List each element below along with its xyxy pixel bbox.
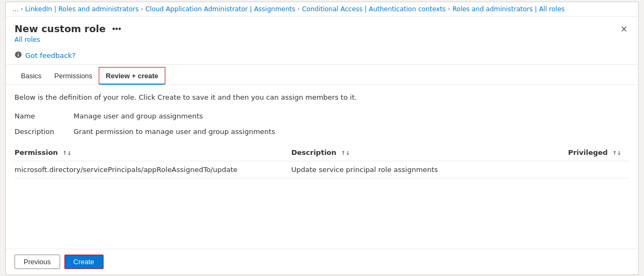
cell-description: Update service principal role assignment…	[291, 161, 568, 178]
description-label: Description	[14, 128, 74, 136]
page-title: New custom role	[14, 23, 106, 34]
breadcrumb-bar: ... › LinkedIn | Roles and administrator…	[6, 2, 638, 17]
cell-permission: microsoft.directory/servicePrincipals/ap…	[14, 161, 291, 178]
name-label: Name	[14, 112, 74, 120]
name-field-row: Name Manage user and group assignments	[14, 112, 630, 120]
tabs: Basics Permissions Review + create	[6, 67, 638, 85]
name-value: Manage user and group assignments	[74, 112, 203, 120]
close-button[interactable]: ✕	[618, 23, 630, 36]
col-header-permission[interactable]: Permission ↑↓	[14, 144, 291, 161]
permissions-table-section: Permission ↑↓ Description ↑↓ Privileged …	[14, 144, 630, 178]
breadcrumb-cloud-app[interactable]: Cloud Application Administrator | Assign…	[145, 5, 295, 13]
panel: ... › LinkedIn | Roles and administrator…	[5, 2, 639, 275]
permission-sort-icon[interactable]: ↑↓	[62, 150, 71, 156]
breadcrumb-all-roles[interactable]: Roles and administrators | All roles	[452, 5, 565, 13]
all-roles-link[interactable]: All roles	[14, 36, 123, 43]
permissions-table: Permission ↑↓ Description ↑↓ Privileged …	[14, 144, 630, 178]
tab-basics[interactable]: Basics	[14, 68, 48, 84]
feedback-bar: Got feedback?	[6, 47, 638, 65]
tab-permissions[interactable]: Permissions	[48, 68, 99, 84]
table-header-row: Permission ↑↓ Description ↑↓ Privileged …	[14, 144, 630, 161]
cell-privileged	[568, 161, 630, 178]
feedback-link[interactable]: Got feedback?	[25, 51, 76, 59]
breadcrumb-ellipsis[interactable]: ...	[12, 5, 18, 13]
description-value: Grant permission to manage user and grou…	[74, 128, 275, 136]
description-sort-icon[interactable]: ↑↓	[341, 150, 350, 156]
header-ellipsis-button[interactable]: •••	[110, 23, 123, 35]
tab-review-create[interactable]: Review + create	[99, 67, 165, 84]
col-header-description[interactable]: Description ↑↓	[291, 144, 568, 161]
table-row: microsoft.directory/servicePrincipals/ap…	[14, 161, 630, 178]
breadcrumb-linkedin[interactable]: LinkedIn | Roles and administrators	[25, 5, 139, 13]
description-field-row: Description Grant permission to manage u…	[14, 128, 630, 136]
previous-button[interactable]: Previous	[14, 255, 60, 269]
feedback-icon	[14, 51, 22, 60]
close-icon: ✕	[620, 25, 627, 34]
header: New custom role ••• All roles ✕	[6, 17, 638, 43]
col-header-privileged[interactable]: Privileged ↑↓	[568, 144, 630, 161]
footer: Previous Create	[6, 249, 638, 274]
breadcrumb-conditional-access[interactable]: Conditional Access | Authentication cont…	[302, 5, 446, 13]
create-button[interactable]: Create	[64, 255, 104, 269]
description-text: Below is the definition of your role. Cl…	[14, 93, 630, 101]
content-area: Below is the definition of your role. Cl…	[6, 85, 638, 249]
table-body: microsoft.directory/servicePrincipals/ap…	[14, 161, 630, 178]
privileged-sort-icon[interactable]: ↑↓	[612, 150, 621, 156]
